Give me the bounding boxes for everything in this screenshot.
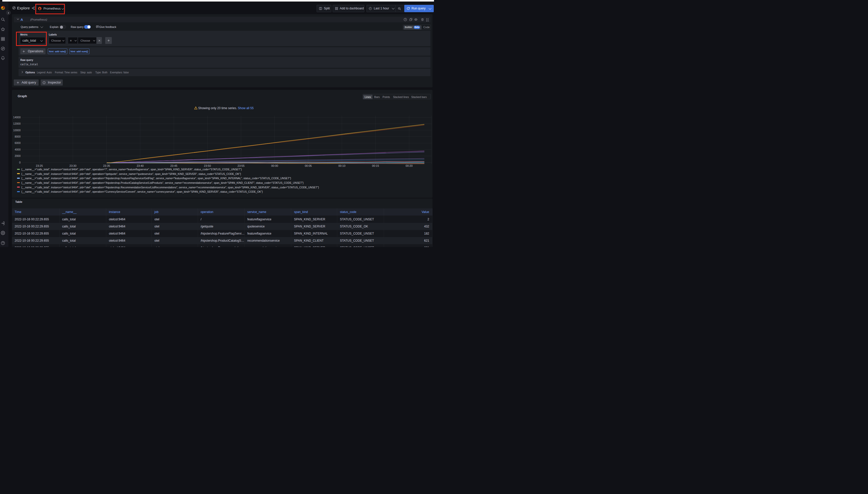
svg-text:23:30: 23:30 [69, 164, 76, 167]
svg-text:6000: 6000 [15, 141, 21, 145]
svg-text:8000: 8000 [15, 135, 21, 138]
svg-text:00:20: 00:20 [405, 164, 413, 167]
svg-text:23:35: 23:35 [103, 164, 110, 167]
svg-text:12000: 12000 [13, 122, 21, 125]
svg-text:23:25: 23:25 [36, 164, 43, 167]
svg-text:23:55: 23:55 [238, 164, 245, 167]
svg-text:23:40: 23:40 [137, 164, 144, 167]
svg-text:2000: 2000 [15, 154, 21, 157]
svg-text:00:00: 00:00 [271, 164, 278, 167]
svg-text:10000: 10000 [13, 129, 21, 132]
svg-text:14000: 14000 [13, 116, 21, 119]
svg-text:0: 0 [19, 161, 21, 164]
svg-text:4000: 4000 [15, 148, 21, 151]
svg-text:00:15: 00:15 [372, 164, 379, 167]
svg-text:23:45: 23:45 [170, 164, 177, 167]
svg-text:00:10: 00:10 [339, 164, 346, 167]
svg-text:23:50: 23:50 [204, 164, 211, 167]
svg-text:00:05: 00:05 [305, 164, 312, 167]
